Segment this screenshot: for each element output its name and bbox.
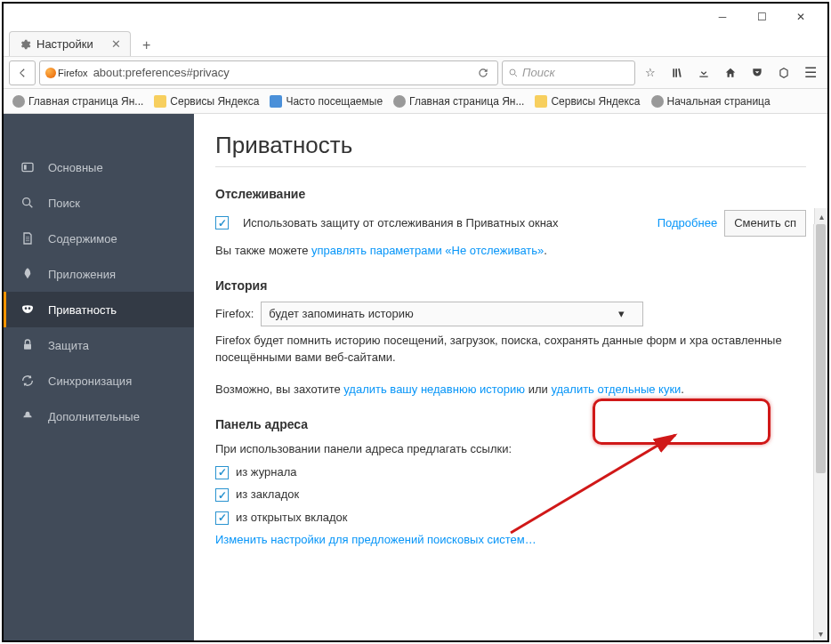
- hexagon-icon: [778, 67, 790, 79]
- search-icon: [508, 68, 519, 78]
- document-icon: [20, 230, 36, 246]
- window-minimize-button[interactable]: ─: [703, 4, 742, 30]
- clear-recent-history-link[interactable]: удалить вашу недавнюю историю: [343, 382, 525, 396]
- search-placeholder: Поиск: [522, 66, 555, 79]
- tracking-change-blocklist-button[interactable]: Сменить сп: [724, 210, 806, 237]
- addressbar-heading: Панель адреса: [215, 417, 806, 431]
- search-icon: [20, 195, 36, 211]
- reload-icon: [477, 67, 489, 79]
- nav-back-button[interactable]: [9, 60, 36, 85]
- topsites-icon: [270, 95, 282, 108]
- bookmark-item[interactable]: Главная страница Ян...: [390, 93, 528, 109]
- tracking-protection-checkbox[interactable]: [215, 216, 229, 229]
- history-selector-label: Firefox:: [215, 305, 254, 323]
- tracking-heading: Отслеживание: [215, 187, 806, 201]
- library-icon: [671, 67, 683, 79]
- new-tab-button[interactable]: +: [134, 35, 159, 56]
- arrow-left-icon: [16, 67, 28, 79]
- svg-rect-2: [24, 165, 27, 169]
- tab-title: Настройки: [36, 37, 93, 51]
- page-title: Приватность: [215, 132, 806, 167]
- home-icon: [724, 67, 737, 79]
- manage-dnt-link[interactable]: управлять параметрами «Не отслеживать»: [311, 244, 544, 257]
- globe-icon: [12, 95, 25, 108]
- sidebar-item-advanced[interactable]: Дополнительные: [4, 398, 194, 434]
- sidebar-item-general[interactable]: Основные: [4, 149, 194, 185]
- suggest-bookmarks-checkbox[interactable]: [215, 488, 229, 502]
- sidebar-item-applications[interactable]: Приложения: [4, 256, 194, 292]
- firefox-badge: Firefox: [44, 68, 90, 78]
- nav-toolbar: Firefox Поиск ☆ ☰: [4, 57, 827, 89]
- globe-icon: [393, 95, 406, 108]
- bookmark-item[interactable]: Сервисы Яндекса: [531, 93, 643, 109]
- url-bar[interactable]: Firefox: [39, 60, 498, 85]
- settings-sidebar: Основные Поиск Содержимое Приложения При…: [4, 114, 194, 640]
- chevron-down-icon: ▾: [618, 305, 625, 323]
- window-close-button[interactable]: ✕: [781, 4, 820, 30]
- browser-tab-settings[interactable]: Настройки ✕: [9, 31, 131, 56]
- reload-button[interactable]: [472, 67, 494, 79]
- suggest-opentabs-checkbox[interactable]: [215, 511, 229, 525]
- sidebar-item-sync[interactable]: Синхронизация: [4, 363, 194, 398]
- bookmark-item[interactable]: Часто посещаемые: [266, 93, 386, 109]
- downloads-button[interactable]: [692, 60, 715, 85]
- remove-individual-cookies-link[interactable]: удалить отдельные куки: [551, 382, 681, 396]
- globe-icon: [651, 95, 664, 108]
- tab-strip: Настройки ✕ +: [4, 30, 827, 57]
- suggest-history-checkbox[interactable]: [215, 466, 229, 479]
- svg-point-0: [510, 69, 515, 75]
- scroll-up-arrow[interactable]: ▴: [814, 208, 827, 224]
- history-description: Firefox будет помнить историю посещений,…: [215, 332, 806, 366]
- panel-icon: [20, 159, 36, 175]
- bookmark-item[interactable]: Начальная страница: [648, 93, 774, 109]
- addons-button[interactable]: [772, 60, 795, 85]
- menu-button[interactable]: ☰: [799, 60, 822, 85]
- sidebar-item-privacy[interactable]: Приватность: [4, 292, 194, 327]
- rocket-icon: [20, 266, 36, 282]
- sidebar-item-content[interactable]: Содержимое: [4, 221, 194, 256]
- close-tab-icon[interactable]: ✕: [111, 37, 121, 51]
- bookmark-item[interactable]: Сервисы Яндекса: [150, 93, 262, 109]
- bookmarks-toolbar: Главная страница Ян... Сервисы Яндекса Ч…: [4, 89, 827, 114]
- lock-icon: [20, 337, 36, 353]
- window-titlebar: ─ ☐ ✕: [4, 4, 827, 30]
- gear-icon: [19, 38, 31, 51]
- history-heading: История: [215, 278, 806, 293]
- sidebar-item-security[interactable]: Защита: [4, 327, 194, 363]
- bookmark-star-button[interactable]: ☆: [639, 60, 662, 85]
- folder-icon: [535, 95, 547, 108]
- pocket-icon: [751, 67, 763, 79]
- download-icon: [698, 67, 710, 79]
- sync-icon: [20, 373, 36, 389]
- sidebar-item-search[interactable]: Поиск: [4, 185, 194, 221]
- change-search-suggestion-settings-link[interactable]: Изменить настройки для предложений поиск…: [215, 533, 537, 546]
- bookmark-item[interactable]: Главная страница Ян...: [9, 93, 147, 109]
- folder-icon: [154, 95, 166, 108]
- hat-icon: [20, 408, 36, 424]
- svg-point-3: [23, 198, 30, 205]
- tracking-checkbox-label: Использовать защиту от отслеживания в Пр…: [243, 214, 650, 232]
- search-bar[interactable]: Поиск: [502, 60, 635, 85]
- firefox-icon: [45, 68, 56, 78]
- svg-rect-1: [22, 163, 33, 171]
- library-button[interactable]: [666, 60, 689, 85]
- scrollbar-thumb[interactable]: [816, 224, 826, 473]
- scroll-down-arrow[interactable]: ▾: [814, 626, 827, 640]
- url-input[interactable]: [93, 66, 469, 79]
- history-mode-select[interactable]: будет запоминать историю▾: [261, 302, 643, 326]
- settings-content: Приватность Отслеживание Использовать за…: [194, 114, 827, 640]
- addressbar-intro: При использовании панели адреса предлага…: [215, 440, 806, 458]
- svg-rect-4: [24, 344, 31, 350]
- pocket-button[interactable]: [746, 60, 769, 85]
- window-maximize-button[interactable]: ☐: [742, 4, 781, 30]
- tracking-more-link[interactable]: Подробнее: [658, 214, 717, 232]
- content-scrollbar[interactable]: ▴ ▾: [813, 224, 827, 640]
- home-button[interactable]: [719, 60, 742, 85]
- mask-icon: [20, 302, 36, 318]
